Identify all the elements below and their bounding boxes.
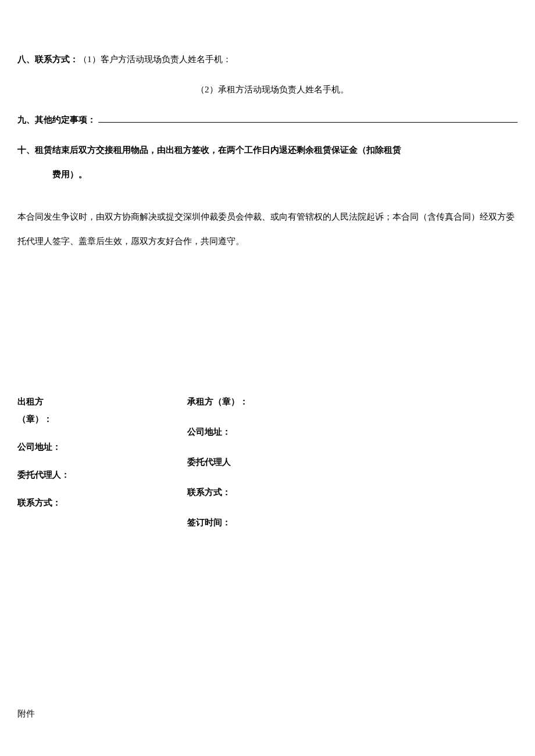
lessee-party-label: 承租方（章）： <box>187 393 518 410</box>
clause-10-text1: 租赁结束后双方交接租用物品，由出租方签收，在两个工作日内退还剩余租赁保证金（扣除… <box>35 145 401 155</box>
lessor-party: 出租方 （章）： <box>17 393 187 428</box>
document-page: 八、联系方式：（1）客户方活动现场负责人姓名手机： （2）承租方活动现场负责人姓… <box>0 0 535 756</box>
clause-8: 八、联系方式：（1）客户方活动现场负责人姓名手机： <box>17 52 518 66</box>
clause-10-text2: 费用）。 <box>52 170 87 179</box>
lessee-address-label: 公司地址： <box>187 423 518 440</box>
clause-8-item1-prefix: （1） <box>79 55 101 64</box>
clause-10-label: 十、 <box>17 145 35 155</box>
dispute-paragraph: 本合同发生争议时，由双方协商解决或提交深圳仲裁委员会仲裁、或向有管辖权的人民法院… <box>17 205 518 253</box>
lessee-column: 承租方（章）： 公司地址： 委托代理人 联系方式： 签订时间： <box>187 393 518 544</box>
lessee-agent-label: 委托代理人 <box>187 453 518 471</box>
clause-8-item2-text: 承租方活动现场负责人姓名手机。 <box>218 85 349 94</box>
clause-9-label: 九、其他约定事项： <box>17 113 96 127</box>
dispute-text: 本合同发生争议时，由双方协商解决或提交深圳仲裁委员会仲裁、或向有管辖权的人民法院… <box>17 212 515 246</box>
clause-9-blank[interactable] <box>98 114 518 123</box>
lessee-contact-label: 联系方式： <box>187 483 518 501</box>
clause-8-item2-prefix: （2） <box>196 85 218 94</box>
lessor-address-label: 公司地址： <box>17 438 187 456</box>
clause-10-line2: 费用）。 <box>17 167 518 181</box>
clause-8-label: 八、联系方式： <box>17 55 79 64</box>
lessee-date-label: 签订时间： <box>187 514 518 531</box>
attachment-label: 附件 <box>17 707 518 721</box>
lessor-column: 出租方 （章）： 公司地址： 委托代理人： 联系方式： <box>17 393 187 544</box>
clause-8-item2: （2）承租方活动现场负责人姓名手机。 <box>17 83 518 96</box>
lessor-party-line1: 出租方 <box>17 393 187 410</box>
lessor-party-line2: （章）： <box>17 410 187 428</box>
lessor-contact-label: 联系方式： <box>17 494 187 511</box>
clause-10-line1: 十、租赁结束后双方交接租用物品，由出租方签收，在两个工作日内退还剩余租赁保证金（… <box>17 143 518 157</box>
signature-block: 出租方 （章）： 公司地址： 委托代理人： 联系方式： 承租方（章）： 公司地址… <box>17 393 518 544</box>
clause-9: 九、其他约定事项： <box>17 113 518 127</box>
lessor-agent-label: 委托代理人： <box>17 466 187 483</box>
clause-8-item1-text: 客户方活动现场负责人姓名手机： <box>101 55 231 64</box>
